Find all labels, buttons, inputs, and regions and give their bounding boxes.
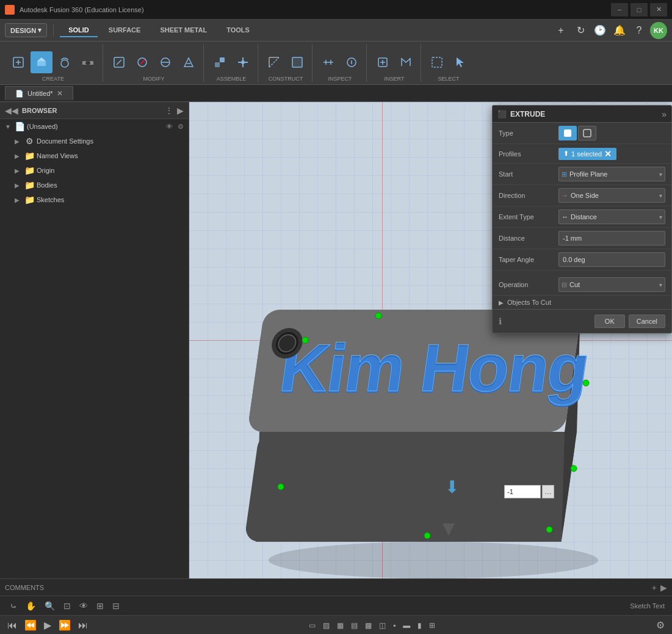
- toolbar-inspect-section: INSPECT: [314, 44, 367, 82]
- user-avatar[interactable]: KK: [650, 22, 667, 39]
- timeline-item-2[interactable]: ▨: [320, 620, 332, 631]
- start-select[interactable]: ⊞ Profile Plane ▾: [558, 167, 665, 181]
- play-next-button[interactable]: ⏩: [56, 618, 73, 632]
- insert-btn-1[interactable]: [372, 51, 394, 73]
- modify-btn-2[interactable]: [131, 51, 153, 73]
- profiles-clear-button[interactable]: ✕: [604, 149, 612, 159]
- browser-expand-button[interactable]: ▶: [177, 106, 184, 115]
- distance-icon: ↔: [562, 213, 568, 220]
- construct-btn-2[interactable]: [286, 51, 308, 73]
- play-prev-button[interactable]: ⏪: [22, 618, 39, 632]
- profiles-control[interactable]: ⬆ 1 selected ✕: [558, 148, 665, 160]
- timeline-item-5[interactable]: ▩: [363, 620, 374, 631]
- timeline-item-9[interactable]: ▮: [415, 620, 424, 631]
- notifications-button[interactable]: 🔔: [611, 22, 628, 39]
- distance-control[interactable]: [558, 231, 665, 246]
- tree-document-settings[interactable]: ▶ ⚙ Document Settings: [0, 134, 189, 148]
- pan-button[interactable]: ✋: [23, 600, 38, 612]
- timeline-item-6[interactable]: ◫: [377, 620, 388, 631]
- zoom-button[interactable]: 🔍: [42, 600, 57, 612]
- distance-field[interactable]: [558, 231, 665, 246]
- tab-tools[interactable]: TOOLS: [218, 24, 258, 37]
- extrude-panel-expand-button[interactable]: »: [662, 109, 667, 119]
- play-start-button[interactable]: ⏮: [5, 619, 20, 632]
- tree-arrow-nv: ▶: [15, 153, 22, 159]
- timeline-item-10[interactable]: ⊞: [427, 620, 438, 631]
- play-end-button[interactable]: ⏭: [76, 619, 90, 632]
- timeline-item-1[interactable]: ▭: [306, 620, 318, 631]
- construct-btn-1[interactable]: [263, 51, 285, 73]
- play-button[interactable]: ▶: [42, 618, 54, 632]
- timeline-item-7[interactable]: ▪: [391, 620, 398, 631]
- new-component-button[interactable]: [7, 51, 29, 73]
- tab-sheet-metal[interactable]: SHEET METAL: [151, 24, 215, 37]
- visibility-icon-root[interactable]: 👁: [166, 123, 173, 130]
- taper-angle-control[interactable]: [558, 252, 665, 267]
- grid-button[interactable]: ⊞: [94, 600, 106, 612]
- toolbar-select-section: SELECT: [422, 44, 475, 82]
- folder-icon-named-views: 📁: [24, 151, 34, 161]
- operation-select[interactable]: ⊟ Cut ▾: [558, 277, 665, 292]
- file-tab[interactable]: 📄 Untitled* ✕: [5, 86, 73, 100]
- comments-add-button[interactable]: +: [652, 583, 657, 592]
- cancel-button[interactable]: Cancel: [629, 315, 665, 328]
- close-tab-button[interactable]: ✕: [57, 89, 63, 98]
- svg-text:Kim Hong: Kim Hong: [275, 330, 593, 404]
- zoom-fit-button[interactable]: ⊡: [61, 600, 73, 612]
- add-tab-button[interactable]: +: [552, 22, 569, 39]
- help-button[interactable]: ?: [630, 22, 648, 39]
- timeline-item-3[interactable]: ▦: [334, 620, 346, 631]
- tree-named-views[interactable]: ▶ 📁 Named Views: [0, 148, 189, 163]
- history-button[interactable]: 🕑: [591, 22, 609, 39]
- tree-sketches[interactable]: ▶ 📁 Sketches: [0, 192, 189, 207]
- extrude-button[interactable]: [31, 51, 52, 73]
- select-btn-1[interactable]: [426, 51, 448, 73]
- tree-bodies[interactable]: ▶ 📁 Bodies: [0, 178, 189, 192]
- design-button[interactable]: DESIGN ▾: [5, 23, 47, 37]
- assemble-btn-2[interactable]: [232, 51, 254, 73]
- inline-distance-input[interactable]: -1 …: [504, 485, 554, 498]
- taper-angle-field[interactable]: [558, 252, 665, 267]
- timeline-item-8[interactable]: ▬: [400, 620, 413, 631]
- titlebar: Autodesk Fusion 360 (Education License) …: [0, 0, 672, 20]
- timeline-item-4[interactable]: ▤: [349, 620, 360, 631]
- maximize-button[interactable]: □: [630, 3, 648, 16]
- modify-btn-1[interactable]: [108, 51, 130, 73]
- assemble-btn-1[interactable]: [209, 51, 231, 73]
- type-surface-button[interactable]: [578, 126, 596, 140]
- profiles-selected-badge[interactable]: ⬆ 1 selected ✕: [558, 148, 616, 160]
- browser-options-button[interactable]: ⋮: [165, 106, 173, 115]
- modify-btn-4[interactable]: [178, 51, 200, 73]
- close-button[interactable]: ✕: [650, 3, 667, 16]
- insert-btn-2[interactable]: [395, 51, 417, 73]
- minimize-button[interactable]: −: [611, 3, 628, 16]
- statusbar: ⤿ ✋ 🔍 ⊡ 👁 ⊞ ⊟ Sketch Text: [0, 596, 672, 615]
- viewport[interactable]: Kim Hong Kim Hong: [189, 102, 672, 578]
- direction-select[interactable]: → One Side ▾: [558, 188, 665, 203]
- revolve-button[interactable]: [54, 51, 76, 73]
- settings-icon-root[interactable]: ⚙: [178, 123, 184, 131]
- view-button[interactable]: 👁: [77, 600, 90, 612]
- tree-root[interactable]: ▼ 📄 (Unsaved) 👁 ⚙: [0, 119, 189, 134]
- select-btn-2[interactable]: [449, 51, 471, 73]
- objects-expand-arrow[interactable]: ▶: [499, 299, 504, 306]
- hole-button[interactable]: [77, 51, 99, 73]
- type-solid-button[interactable]: [558, 126, 577, 140]
- modify-btn-3[interactable]: [154, 51, 176, 73]
- tab-surface[interactable]: SURFACE: [100, 24, 150, 37]
- collapse-sidebar-button[interactable]: ◀◀: [5, 106, 18, 115]
- inspect-btn-2[interactable]: [341, 51, 363, 73]
- inline-kebab-button[interactable]: …: [542, 485, 554, 498]
- extent-type-select[interactable]: ↔ Distance ▾: [558, 210, 665, 224]
- tree-origin[interactable]: ▶ 📁 Origin: [0, 163, 189, 178]
- ok-button[interactable]: OK: [594, 315, 625, 328]
- tab-solid[interactable]: SOLID: [60, 24, 98, 37]
- distance-input-field[interactable]: -1: [504, 485, 541, 498]
- refresh-button[interactable]: ↻: [572, 22, 589, 39]
- inspect-btn-1[interactable]: [317, 51, 339, 73]
- settings-button[interactable]: ⚙: [654, 618, 667, 632]
- orbit-button[interactable]: ⤿: [7, 600, 20, 612]
- display-button[interactable]: ⊟: [110, 600, 122, 612]
- start-control: ⊞ Profile Plane ▾: [558, 167, 665, 181]
- comments-expand-button[interactable]: ▶: [660, 583, 667, 592]
